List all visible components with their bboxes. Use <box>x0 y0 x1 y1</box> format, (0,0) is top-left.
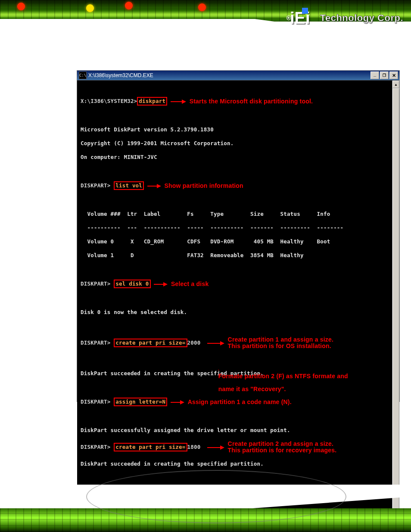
output-line: Microsoft DiskPart version 5.2.3790.1830 <box>81 126 389 133</box>
output-line: Disk 0 is now the selected disk. <box>81 309 389 316</box>
cmd-window: C:\ X:\I386\system32\CMD.EXE _ ❐ ✕ X:\I3… <box>77 70 400 402</box>
output-line: On computer: MININT-JVC <box>81 154 389 161</box>
brand-tagline: Technology Corp. <box>320 12 403 24</box>
annotation: Create partition 1 and assign a size.Thi… <box>228 336 333 349</box>
scroll-up-button[interactable]: ▲ <box>392 81 399 88</box>
close-button[interactable]: ✕ <box>389 72 398 79</box>
annotation: Create partition 2 and assign a size.Thi… <box>228 441 337 454</box>
table-sep: ---------- --- ----------- ----- -------… <box>81 224 389 231</box>
prompt: DISKPART> <box>81 444 114 450</box>
console-output[interactable]: X:\I386\SYSTEM32>diskpart Starts the Mic… <box>77 81 392 532</box>
output-line: DiskPart successfully assigned the drive… <box>81 427 389 434</box>
prompt: DISKPART> <box>81 398 114 405</box>
brand-logo: ® iEi <box>286 9 317 27</box>
arrow-icon <box>171 98 186 105</box>
brand-block: ® iEi Technology Corp. <box>286 9 403 27</box>
table-header: Volume ### Ltr Label Fs Type Size Status… <box>81 211 389 218</box>
annotation: Assign partition 1 a code name (N). <box>188 399 292 405</box>
prompt: X:\I386\SYSTEM32> <box>81 98 137 104</box>
arrow-icon <box>147 183 161 190</box>
vertical-scrollbar[interactable]: ▲ ▼ <box>392 81 399 532</box>
prompt: DISKPART> <box>81 280 114 287</box>
scroll-thumb[interactable] <box>392 88 399 532</box>
page-footer-decoration <box>0 508 411 532</box>
arrow-icon <box>207 339 224 346</box>
window-title: X:\I386\system32\CMD.EXE <box>88 72 370 78</box>
annotation: Starts the Microsoft disk partitioning t… <box>190 98 313 105</box>
cmd-diskpart: diskpart <box>137 97 167 106</box>
table-row: Volume 0 X CD_ROM CDFS DVD-ROM 405 MB He… <box>81 238 389 245</box>
cmd-tail: 2000 <box>187 339 201 346</box>
cmd-assign-n: assign letter=N <box>114 398 167 406</box>
maximize-button[interactable]: ❐ <box>380 72 389 79</box>
prompt: DISKPART> <box>81 182 114 189</box>
cmd-create-part-2: create part pri size= <box>114 443 187 451</box>
annotation: Select a disk <box>171 281 209 287</box>
cmd-create-part-1: create part pri size= <box>114 339 187 347</box>
arrow-icon <box>218 367 219 373</box>
cmd-list-vol: list vol <box>114 181 144 190</box>
cmd-sel-disk: sel disk 0 <box>114 280 150 288</box>
cmd-tail: 1800 <box>187 444 201 450</box>
minimize-button[interactable]: _ <box>371 72 379 79</box>
table-row: Volume 1 D FAT32 Removeable 3854 MB Heal… <box>81 252 389 259</box>
arrow-icon <box>207 444 224 451</box>
titlebar[interactable]: C:\ X:\I386\system32\CMD.EXE _ ❐ ✕ <box>77 71 399 80</box>
output-line: DiskPart succeeded in creating the speci… <box>81 460 389 467</box>
annotation: Show partition information <box>165 183 243 189</box>
annotation: Formate partition 2 (F) as NTFS formate … <box>204 360 348 399</box>
scroll-track[interactable] <box>392 88 399 532</box>
arrow-icon <box>171 399 184 406</box>
output-line: Copyright (C) 1999-2001 Microsoft Corpor… <box>81 140 389 147</box>
cmd-icon: C:\ <box>79 72 87 79</box>
arrow-icon <box>154 281 168 288</box>
prompt: DISKPART> <box>81 339 114 346</box>
